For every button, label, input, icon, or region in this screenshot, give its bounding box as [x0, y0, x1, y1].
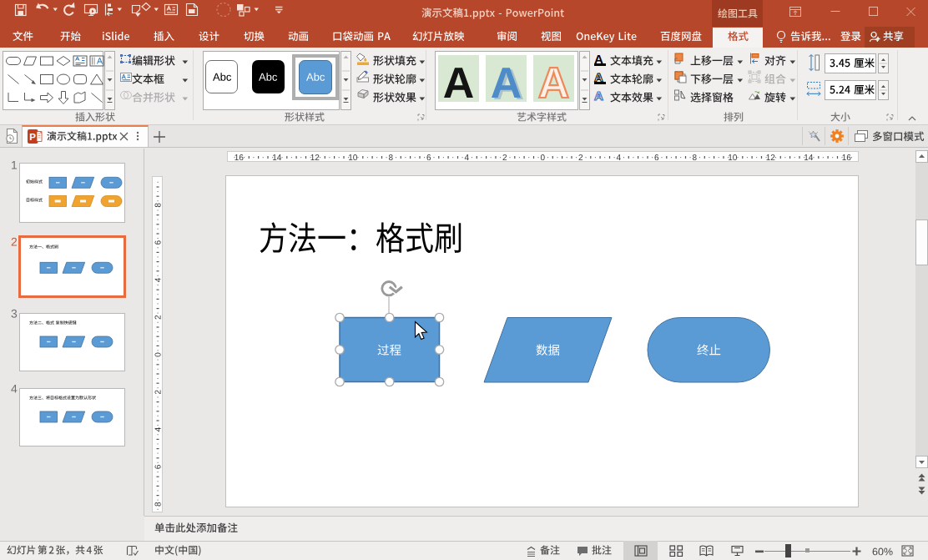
svg-text:P: P	[29, 132, 36, 142]
